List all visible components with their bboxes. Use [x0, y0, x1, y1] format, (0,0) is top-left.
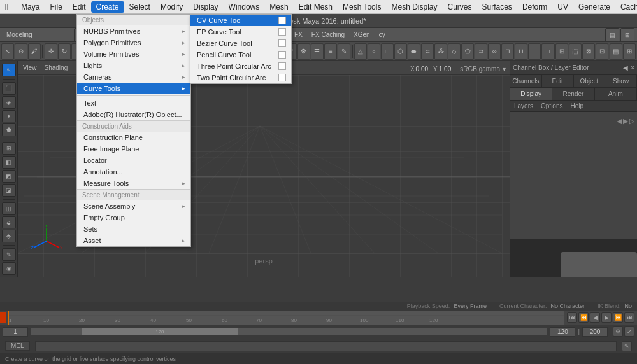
timeline-playhead[interactable] [8, 311, 9, 325]
three-point-arc-tool[interactable]: Three Point Circular Arc [190, 60, 291, 72]
shape15-icon[interactable]: ⊐ [541, 43, 554, 60]
range-track[interactable]: 120 [31, 328, 547, 335]
range-expand-btn[interactable]: ⤢ [624, 326, 634, 337]
tool-btn-11[interactable]: ✎ [2, 248, 16, 261]
shape5-icon[interactable]: ⬬ [408, 43, 420, 60]
panel-layout-btn[interactable]: ⊞ [620, 28, 634, 42]
shape12-icon[interactable]: ⊓ [501, 43, 514, 60]
play-btn[interactable]: ▶ [601, 312, 612, 323]
menu-create[interactable]: Create [91, 1, 124, 13]
menu-generate[interactable]: Generate [573, 1, 615, 13]
shape8-icon[interactable]: ◇ [448, 43, 461, 60]
tool-btn-6[interactable]: ◩ [2, 170, 16, 183]
shape9-icon[interactable]: ⬠ [461, 43, 474, 60]
menu-mesh-tools[interactable]: Mesh Tools [338, 1, 386, 13]
mode-cy[interactable]: cy [375, 30, 389, 39]
sub-help[interactable]: Help [566, 101, 587, 111]
outliner-icon[interactable]: ≡ [324, 43, 337, 60]
shape1-icon[interactable]: △ [354, 43, 367, 60]
subtab-display[interactable]: Display [510, 88, 552, 100]
menu-maya[interactable]: Maya [16, 1, 45, 13]
menu-edit-mesh[interactable]: Edit Mesh [294, 1, 338, 13]
menu-illustrator[interactable]: Adobe(R) Illustrator(R) Object... [77, 109, 190, 120]
menu-volume-primitives[interactable]: Volume Primitives ▸ [77, 48, 190, 60]
menu-text[interactable]: Text [77, 97, 190, 109]
select-btn[interactable]: ↖ [2, 64, 16, 76]
menu-sets[interactable]: Sets [77, 223, 190, 235]
shape3-icon[interactable]: □ [381, 43, 394, 60]
sub-options[interactable]: Options [537, 101, 566, 111]
menu-edit[interactable]: Edit [68, 1, 91, 13]
tool-btn-3[interactable]: ⬟ [2, 123, 16, 136]
menu-mesh-display[interactable]: Mesh Display [386, 1, 442, 13]
shape17-icon[interactable]: ⬚ [569, 43, 582, 60]
tool-btn-2[interactable]: ✦ [2, 110, 16, 123]
subtab-render[interactable]: Render [552, 88, 594, 100]
script-editor-icon[interactable]: ✎ [338, 43, 350, 60]
prev-frame-btn[interactable]: ⏪ [578, 312, 589, 323]
play-start-btn[interactable]: ⏮ [567, 312, 577, 323]
tool-btn-1[interactable]: ◈ [2, 96, 16, 109]
shape10-icon[interactable]: ⊃ [475, 43, 487, 60]
menu-locator[interactable]: Locator [77, 155, 190, 166]
arrow-right2-icon[interactable]: ▷ [629, 117, 634, 125]
pin-icon[interactable]: ◀ [623, 64, 628, 71]
panels-icon[interactable]: ▤ [610, 43, 622, 60]
channel-box-icon[interactable]: ☰ [311, 43, 324, 60]
gamma-dropdown-icon[interactable]: ▾ [503, 66, 506, 73]
tool-btn-10[interactable]: ⬘ [2, 230, 16, 242]
arrow-left-icon[interactable]: ◀ [617, 117, 622, 125]
next-frame-btn[interactable]: ⏩ [613, 312, 623, 323]
paint-select-icon[interactable]: 🖌 [28, 43, 41, 60]
shape13-icon[interactable]: ⊔ [515, 43, 527, 60]
menu-measure-tools[interactable]: Measure Tools ▸ [77, 178, 190, 189]
apple-logo-icon[interactable]:  [5, 2, 8, 12]
menu-surfaces[interactable]: Surfaces [477, 1, 517, 13]
mode-fx[interactable]: FX [290, 30, 306, 39]
shape16-icon[interactable]: ⊞ [555, 43, 568, 60]
range-end-field[interactable] [550, 327, 575, 337]
range-settings-btn[interactable]: ⚙ [613, 326, 623, 337]
lasso-tool-icon[interactable]: ⊙ [15, 43, 27, 60]
move-tool-icon[interactable]: ✛ [45, 43, 57, 60]
tool-btn-12[interactable]: ◉ [2, 262, 16, 275]
range-handle[interactable]: 120 [82, 328, 237, 335]
subtab-anim[interactable]: Anim [595, 88, 637, 100]
panel-toggle-btn[interactable]: ▤ [605, 28, 619, 42]
menu-uv[interactable]: UV [552, 1, 573, 13]
shape6-icon[interactable]: ⊂ [421, 43, 434, 60]
menu-file[interactable]: File [45, 1, 67, 13]
shape14-icon[interactable]: ⊏ [528, 43, 541, 60]
script-icon[interactable]: ✎ [622, 341, 632, 351]
play-end-btn[interactable]: ⏭ [624, 312, 634, 323]
menu-windows[interactable]: Windows [224, 1, 265, 13]
menu-curve-tools[interactable]: Curve Tools ▸ [77, 83, 190, 94]
shape7-icon[interactable]: ⁂ [434, 43, 447, 60]
mode-xgen[interactable]: XGen [350, 30, 374, 39]
shape2-icon[interactable]: ○ [368, 43, 380, 60]
tool-btn-8[interactable]: ◫ [2, 202, 16, 215]
menu-display[interactable]: Display [188, 1, 223, 13]
pencil-curve-tool[interactable]: Pencil Curve Tool [190, 49, 291, 60]
play-back-btn[interactable]: ◀ [590, 312, 600, 323]
menu-annotation[interactable]: Annotation... [77, 166, 190, 178]
menu-nurbs-primitives[interactable]: NURBS Primitives ▸ [77, 25, 190, 37]
tab-edit[interactable]: Edit [542, 75, 574, 87]
tab-object[interactable]: Object [574, 75, 606, 87]
menu-free-image-plane[interactable]: Free Image Plane [77, 143, 190, 155]
menu-scene-assembly[interactable]: Scene Assembly ▸ [77, 200, 190, 212]
menu-curves[interactable]: Curves [443, 1, 477, 13]
cv-curve-tool[interactable]: CV Curve Tool [190, 15, 291, 26]
ep-curve-tool[interactable]: EP Curve Tool [190, 26, 291, 38]
range-anim-end-field[interactable] [582, 327, 608, 337]
menu-cameras[interactable]: Cameras ▸ [77, 71, 190, 83]
menu-modify[interactable]: Modify [155, 1, 188, 13]
tool-btn-5[interactable]: ◧ [2, 156, 16, 169]
menu-lights[interactable]: Lights ▸ [77, 60, 190, 71]
view-tab[interactable]: View [20, 64, 39, 72]
tool-btn-7[interactable]: ◪ [2, 184, 16, 197]
mode-fx-caching[interactable]: FX Caching [308, 30, 348, 39]
menu-deform[interactable]: Deform [517, 1, 552, 13]
tool-btn-4[interactable]: ⊞ [2, 142, 16, 155]
arrow-right-icon[interactable]: ▶ [623, 117, 628, 125]
